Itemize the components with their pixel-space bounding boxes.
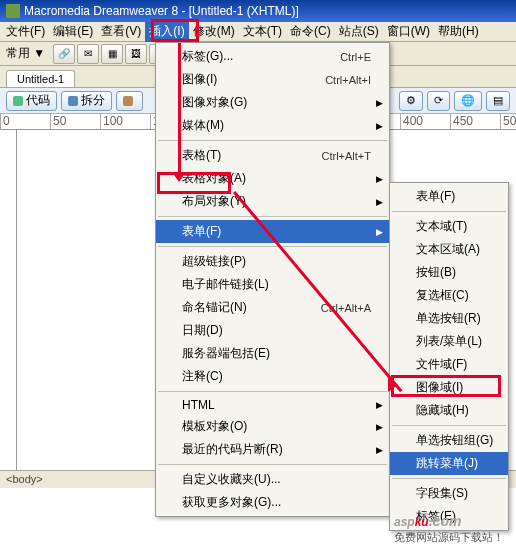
form-submenu-item[interactable]: 文本区域(A) xyxy=(390,238,508,261)
menu-item-label: 表单(F) xyxy=(182,223,221,240)
tool-table[interactable]: ▦ xyxy=(101,44,123,64)
menu-item-label: 自定义收藏夹(U)... xyxy=(182,471,281,488)
menu-item-label: 列表/菜单(L) xyxy=(416,333,482,350)
menu-item-label: 表单(F) xyxy=(416,188,455,205)
menubar[interactable]: 文件(F)编辑(E)查看(V)插入(I)修改(M)文本(T)命令(C)站点(S)… xyxy=(0,22,516,42)
menu-separator xyxy=(158,246,387,247)
menu-item-label: 表格(T) xyxy=(182,147,221,164)
menu-item-label: 文本区域(A) xyxy=(416,241,480,258)
ruler-mark: 0 xyxy=(0,114,50,129)
menu-item-label: 图像(I) xyxy=(182,71,217,88)
window-title: Macromedia Dreamweaver 8 - [Untitled-1 (… xyxy=(24,4,299,18)
menu-item-label: 模板对象(O) xyxy=(182,418,247,435)
insert-menu-item[interactable]: 模板对象(O)▶ xyxy=(156,415,389,438)
submenu-arrow-icon: ▶ xyxy=(376,227,383,237)
insert-menu-item[interactable]: 注释(C) xyxy=(156,365,389,388)
submenu-arrow-icon: ▶ xyxy=(376,422,383,432)
live-view-icon[interactable]: ⚙ xyxy=(399,91,423,111)
insert-menu-item[interactable]: 命名锚记(N)Ctrl+Alt+A xyxy=(156,296,389,319)
ruler-mark: 100 xyxy=(100,114,150,129)
ruler-mark: 400 xyxy=(400,114,450,129)
insert-menu-item[interactable]: 日期(D) xyxy=(156,319,389,342)
insert-menu-item[interactable]: 媒体(M)▶ xyxy=(156,114,389,137)
app-icon xyxy=(6,4,20,18)
menu-修改[interactable]: 修改(M) xyxy=(189,21,239,42)
code-view-button[interactable]: 代码 xyxy=(6,91,57,111)
refresh-icon[interactable]: ⟳ xyxy=(427,91,450,111)
insert-menu-item[interactable]: 获取更多对象(G)... xyxy=(156,491,389,514)
menu-窗口[interactable]: 窗口(W) xyxy=(383,21,434,42)
menu-item-label: 隐藏域(H) xyxy=(416,402,469,419)
insert-menu-dropdown[interactable]: 标签(G)...Ctrl+E图像(I)Ctrl+Alt+I图像对象(G)▶媒体(… xyxy=(155,42,390,517)
preview-icon[interactable]: 🌐 xyxy=(454,91,482,111)
ruler-mark: 50 xyxy=(50,114,100,129)
menu-item-label: 获取更多对象(G)... xyxy=(182,494,281,511)
watermark-text: ku xyxy=(415,515,429,529)
menu-查看[interactable]: 查看(V) xyxy=(97,21,145,42)
menu-文件[interactable]: 文件(F) xyxy=(2,21,49,42)
tool-image[interactable]: 🖼 xyxy=(125,44,147,64)
insert-menu-item[interactable]: 超级链接(P) xyxy=(156,250,389,273)
menu-separator xyxy=(392,211,506,212)
menu-编辑[interactable]: 编辑(E) xyxy=(49,21,97,42)
watermark-text: asp xyxy=(394,515,415,529)
tool-hyperlink[interactable]: 🔗 xyxy=(53,44,75,64)
menu-item-label: 单选按钮组(G) xyxy=(416,432,493,449)
form-submenu-item[interactable]: 单选按钮组(G) xyxy=(390,429,508,452)
watermark-suffix: .com xyxy=(429,513,462,529)
form-submenu-item[interactable]: 文本域(T) xyxy=(390,215,508,238)
menu-separator xyxy=(158,464,387,465)
form-submenu-item[interactable]: 跳转菜单(J) xyxy=(390,452,508,475)
submenu-arrow-icon: ▶ xyxy=(376,445,383,455)
menu-item-label: 文本域(T) xyxy=(416,218,467,235)
menu-item-label: 服务器端包括(E) xyxy=(182,345,270,362)
titlebar: Macromedia Dreamweaver 8 - [Untitled-1 (… xyxy=(0,0,516,22)
split-view-button[interactable]: 拆分 xyxy=(61,91,112,111)
insert-menu-item[interactable]: HTML▶ xyxy=(156,395,389,415)
menu-站点[interactable]: 站点(S) xyxy=(335,21,383,42)
menu-separator xyxy=(158,140,387,141)
tool-email[interactable]: ✉ xyxy=(77,44,99,64)
menu-文本[interactable]: 文本(T) xyxy=(239,21,286,42)
menu-item-label: 电子邮件链接(L) xyxy=(182,276,269,293)
form-submenu-item[interactable]: 按钮(B) xyxy=(390,261,508,284)
menu-命令[interactable]: 命令(C) xyxy=(286,21,335,42)
annotation-arrowhead xyxy=(172,172,186,182)
insert-category[interactable]: 常用 ▼ xyxy=(6,45,45,62)
insert-menu-item[interactable]: 最近的代码片断(R)▶ xyxy=(156,438,389,461)
menu-item-label: 复选框(C) xyxy=(416,287,469,304)
insert-menu-item[interactable]: 表格(T)Ctrl+Alt+T xyxy=(156,144,389,167)
submenu-arrow-icon: ▶ xyxy=(376,98,383,108)
options-icon[interactable]: ▤ xyxy=(486,91,510,111)
menu-separator xyxy=(392,425,506,426)
insert-menu-item[interactable]: 服务器端包括(E) xyxy=(156,342,389,365)
menu-item-label: 单选按钮(R) xyxy=(416,310,481,327)
design-view-button[interactable] xyxy=(116,91,143,111)
menu-item-label: 注释(C) xyxy=(182,368,223,385)
document-tab[interactable]: Untitled-1 xyxy=(6,70,75,87)
form-submenu-item[interactable]: 复选框(C) xyxy=(390,284,508,307)
menu-帮助[interactable]: 帮助(H) xyxy=(434,21,483,42)
menu-item-label: 超级链接(P) xyxy=(182,253,246,270)
annotation-arrow xyxy=(178,43,181,175)
form-submenu-dropdown[interactable]: 表单(F)文本域(T)文本区域(A)按钮(B)复选框(C)单选按钮(R)列表/菜… xyxy=(389,182,509,531)
form-submenu-item[interactable]: 文件域(F) xyxy=(390,353,508,376)
form-submenu-item[interactable]: 隐藏域(H) xyxy=(390,399,508,422)
insert-menu-item[interactable]: 表格对象(A)▶ xyxy=(156,167,389,190)
insert-menu-item[interactable]: 电子邮件链接(L) xyxy=(156,273,389,296)
menu-插入[interactable]: 插入(I) xyxy=(145,21,188,42)
submenu-arrow-icon: ▶ xyxy=(376,121,383,131)
form-submenu-item[interactable]: 单选按钮(R) xyxy=(390,307,508,330)
menu-item-label: 命名锚记(N) xyxy=(182,299,247,316)
form-submenu-item[interactable]: 列表/菜单(L) xyxy=(390,330,508,353)
insert-menu-item[interactable]: 布局对象(Y)▶ xyxy=(156,190,389,213)
form-submenu-item[interactable]: 表单(F) xyxy=(390,185,508,208)
insert-menu-item[interactable]: 图像(I)Ctrl+Alt+I xyxy=(156,68,389,91)
submenu-arrow-icon: ▶ xyxy=(376,400,383,410)
menu-item-label: 标签(G)... xyxy=(182,48,233,65)
form-submenu-item[interactable]: 图像域(I) xyxy=(390,376,508,399)
insert-menu-item[interactable]: 标签(G)...Ctrl+E xyxy=(156,45,389,68)
insert-menu-item[interactable]: 图像对象(G)▶ xyxy=(156,91,389,114)
annotation-arrowhead xyxy=(388,378,398,392)
insert-menu-item[interactable]: 自定义收藏夹(U)... xyxy=(156,468,389,491)
